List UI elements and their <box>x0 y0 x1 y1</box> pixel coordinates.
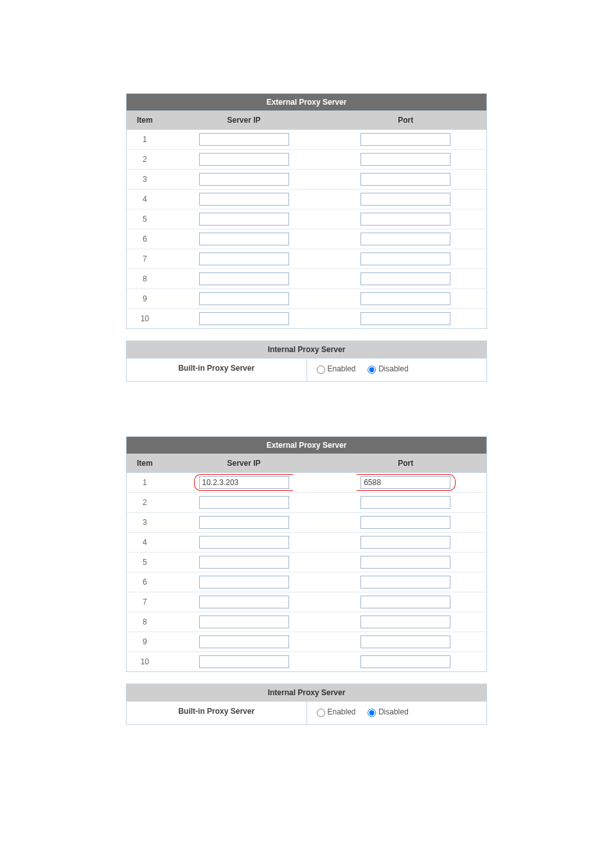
col-item: Item <box>127 454 163 473</box>
col-server-ip: Server IP <box>163 111 325 130</box>
port-input[interactable] <box>360 616 450 628</box>
disabled-label: Disabled <box>378 364 409 373</box>
builtin-enabled-option[interactable]: Enabled <box>314 364 356 374</box>
table-row: 4 <box>127 533 486 553</box>
item-number: 4 <box>127 190 163 209</box>
server-ip-input[interactable] <box>199 133 289 146</box>
port-input[interactable] <box>360 596 450 608</box>
builtin-enabled-radio[interactable] <box>317 366 325 374</box>
port-input[interactable] <box>360 213 450 226</box>
server-ip-cell <box>163 513 325 533</box>
port-cell <box>324 209 486 229</box>
server-ip-input[interactable] <box>199 213 289 226</box>
server-ip-input[interactable] <box>199 233 289 245</box>
item-number: 2 <box>127 493 163 513</box>
server-ip-input[interactable] <box>199 272 289 285</box>
port-input[interactable] <box>360 556 450 569</box>
server-ip-cell <box>163 249 325 269</box>
port-cell <box>324 130 486 150</box>
item-number: 2 <box>127 150 163 170</box>
port-input[interactable] <box>360 312 450 325</box>
port-input[interactable] <box>360 153 450 166</box>
server-ip-input[interactable] <box>199 596 289 608</box>
item-number: 9 <box>127 289 163 309</box>
server-ip-input[interactable] <box>199 655 289 668</box>
internal-proxy-panel-top: Internal Proxy Server Built-in Proxy Ser… <box>126 341 487 382</box>
server-ip-input[interactable] <box>199 476 289 489</box>
port-input[interactable] <box>360 252 450 265</box>
builtin-disabled-option[interactable]: Disabled <box>364 707 409 717</box>
table-row: 2 <box>127 150 486 170</box>
server-ip-cell <box>163 269 325 289</box>
table-row: 5 <box>127 553 486 572</box>
table-row: 7 <box>127 249 486 269</box>
server-ip-input[interactable] <box>199 312 289 325</box>
port-cell <box>324 572 486 592</box>
port-input[interactable] <box>360 476 450 489</box>
external-proxy-table-bottom: Item Server IP Port 12345678910 <box>127 454 486 671</box>
port-input[interactable] <box>360 635 450 648</box>
server-ip-cell <box>163 612 325 632</box>
server-ip-cell <box>163 533 325 553</box>
port-input[interactable] <box>360 516 450 529</box>
item-number: 3 <box>127 170 163 190</box>
table-row: 10 <box>127 309 486 329</box>
builtin-disabled-radio[interactable] <box>368 366 376 374</box>
port-input[interactable] <box>360 272 450 285</box>
internal-proxy-title: Internal Proxy Server <box>127 341 486 359</box>
table-row: 5 <box>127 209 486 229</box>
table-row: 8 <box>127 269 486 289</box>
external-proxy-table-top: Item Server IP Port 12345678910 <box>127 111 486 328</box>
port-input[interactable] <box>360 496 450 509</box>
server-ip-cell <box>163 572 325 592</box>
table-row: 1 <box>127 473 486 493</box>
enabled-label: Enabled <box>328 364 356 373</box>
server-ip-input[interactable] <box>199 496 289 509</box>
port-input[interactable] <box>360 233 450 245</box>
port-input[interactable] <box>360 193 450 206</box>
port-cell <box>324 553 486 572</box>
server-ip-input[interactable] <box>199 153 289 166</box>
item-number: 1 <box>127 130 163 150</box>
builtin-enabled-radio[interactable] <box>317 709 325 717</box>
port-input[interactable] <box>360 173 450 186</box>
enabled-label: Enabled <box>328 707 356 716</box>
server-ip-input[interactable] <box>199 556 289 569</box>
server-ip-input[interactable] <box>199 616 289 628</box>
server-ip-input[interactable] <box>199 292 289 305</box>
server-ip-input[interactable] <box>199 635 289 648</box>
port-input[interactable] <box>360 292 450 305</box>
table-row: 7 <box>127 592 486 612</box>
port-cell <box>324 190 486 209</box>
server-ip-cell <box>163 150 325 170</box>
port-cell <box>324 150 486 170</box>
col-item: Item <box>127 111 163 130</box>
port-cell <box>324 652 486 672</box>
server-ip-input[interactable] <box>199 193 289 206</box>
server-ip-input[interactable] <box>199 536 289 549</box>
item-number: 10 <box>127 652 163 672</box>
builtin-enabled-option[interactable]: Enabled <box>314 707 356 717</box>
port-cell <box>324 309 486 329</box>
server-ip-cell <box>163 170 325 190</box>
port-cell <box>324 533 486 553</box>
port-input[interactable] <box>360 576 450 589</box>
port-input[interactable] <box>360 133 450 146</box>
server-ip-input[interactable] <box>199 576 289 589</box>
builtin-disabled-option[interactable]: Disabled <box>364 364 409 374</box>
server-ip-cell <box>163 309 325 329</box>
table-row: 6 <box>127 572 486 592</box>
server-ip-input[interactable] <box>199 252 289 265</box>
builtin-disabled-radio[interactable] <box>368 709 376 717</box>
server-ip-cell <box>163 209 325 229</box>
port-cell <box>324 249 486 269</box>
server-ip-cell <box>163 632 325 652</box>
external-proxy-title: External Proxy Server <box>127 94 486 111</box>
port-input[interactable] <box>360 655 450 668</box>
table-row: 9 <box>127 289 486 309</box>
item-number: 6 <box>127 229 163 249</box>
port-cell <box>324 632 486 652</box>
server-ip-input[interactable] <box>199 173 289 186</box>
server-ip-input[interactable] <box>199 516 289 529</box>
port-input[interactable] <box>360 536 450 549</box>
